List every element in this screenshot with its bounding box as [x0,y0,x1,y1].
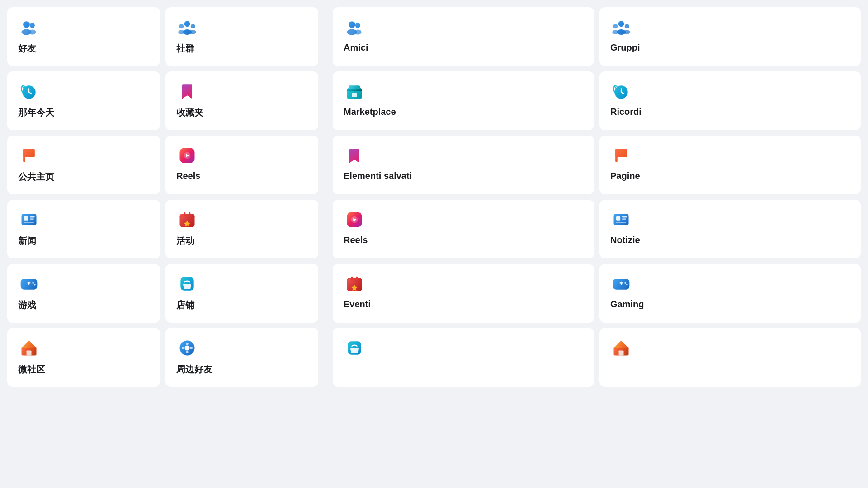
svg-point-2 [30,23,35,28]
card-village-cn[interactable]: 微社区 [7,328,160,387]
icon-village [18,337,40,359]
icon-events [344,273,365,295]
svg-point-8 [178,30,184,34]
svg-point-49 [612,30,618,34]
card-ricordi[interactable]: Ricordi [599,71,861,130]
svg-rect-28 [28,282,29,285]
card-pagine[interactable]: Pagine [599,136,861,194]
svg-point-4 [184,21,190,27]
icon-flag-orange [18,145,40,166]
label-gaming-cn: 游戏 [18,299,149,311]
svg-rect-52 [347,89,362,91]
right-panel: Amici Gruppi [326,0,868,488]
icon-community [610,16,632,38]
icon-friends [18,16,40,38]
left-panel: 好友 社群 那年今天 [0,0,326,488]
card-saved-cn[interactable]: 收藏夹 [165,71,318,130]
icon-reels [344,209,365,230]
icon-village [610,337,632,359]
icon-news [18,209,40,230]
icon-events [176,209,198,230]
svg-rect-62 [622,216,627,218]
label-shop-cn: 店铺 [176,299,307,311]
svg-rect-53 [352,93,357,97]
label-marketplace: Marketplace [344,107,583,117]
svg-rect-18 [30,216,35,218]
icon-shop [176,273,198,295]
card-reels-cn[interactable]: Reels [165,136,318,194]
icon-news [610,209,632,230]
svg-rect-20 [24,222,34,223]
card-friends-cn[interactable]: 好友 [7,7,160,66]
icon-marketplace [344,80,365,102]
card-community-cn[interactable]: 社群 [165,7,318,66]
svg-marker-77 [614,341,629,348]
card-shop-it[interactable] [333,328,594,387]
svg-rect-19 [30,218,34,220]
icon-nearby [176,337,198,359]
svg-point-9 [190,30,196,34]
svg-point-38 [190,347,193,349]
card-notizie[interactable]: Notizie [599,200,861,258]
icon-shop [344,337,365,359]
icon-bookmark [344,145,365,166]
label-gaming-it: Gaming [610,299,850,310]
card-memories-cn[interactable]: 那年今天 [7,71,160,130]
card-gaming-cn[interactable]: 游戏 [7,264,160,323]
svg-rect-56 [615,149,618,162]
svg-rect-34 [27,351,32,356]
right-grid: Amici Gruppi [333,7,861,387]
label-friends-cn: 好友 [18,42,149,55]
svg-rect-23 [184,212,186,216]
svg-point-44 [354,30,362,35]
icon-flag-orange [610,145,632,166]
card-amici[interactable]: Amici [333,7,594,66]
svg-point-45 [618,21,624,27]
card-eventi[interactable]: Eventi [333,264,594,323]
label-saved-cn: 收藏夹 [176,107,307,119]
card-nearby-cn[interactable]: 周边好友 [165,328,318,387]
svg-point-39 [186,351,189,353]
svg-rect-72 [621,282,622,285]
svg-point-41 [349,21,355,28]
label-gruppi: Gruppi [610,42,850,53]
svg-point-37 [186,343,189,345]
icon-bookmark [176,80,198,102]
card-village-it[interactable] [599,328,861,387]
left-grid: 好友 社群 那年今天 [7,7,318,387]
icon-clock-history [18,80,40,102]
label-eventi: Eventi [344,299,583,310]
svg-point-6 [191,24,195,28]
svg-point-40 [182,347,184,349]
card-shop-cn[interactable]: 店铺 [165,264,318,323]
icon-friends [344,16,365,38]
card-gaming-it[interactable]: Gaming [599,264,861,323]
card-gruppi[interactable]: Gruppi [599,7,861,66]
label-pagine: Pagine [610,171,850,181]
svg-rect-64 [616,222,626,223]
label-news-cn: 新闻 [18,235,149,247]
svg-point-29 [32,282,34,284]
card-events-cn[interactable]: 活动 [165,200,318,258]
label-ricordi: Ricordi [610,107,850,117]
svg-rect-66 [347,278,362,283]
card-reels-it[interactable]: Reels [333,200,594,258]
card-news-cn[interactable]: 新闻 [7,200,160,258]
icon-reels [176,145,198,166]
label-pages-cn: 公共主页 [18,171,149,183]
svg-rect-61 [616,216,620,221]
card-pages-cn[interactable]: 公共主页 [7,136,160,194]
label-reels-it: Reels [344,235,583,245]
svg-rect-68 [356,277,358,281]
icon-community [176,16,198,38]
svg-point-50 [624,30,630,34]
svg-rect-60 [614,214,629,225]
card-marketplace[interactable]: Marketplace [333,71,594,130]
svg-rect-24 [189,212,191,216]
svg-rect-67 [351,277,353,281]
svg-rect-22 [180,214,195,219]
label-reels-cn: Reels [176,171,307,181]
card-elementi-salvati[interactable]: Elementi salvati [333,136,594,194]
icon-gaming [18,273,40,295]
svg-rect-63 [622,218,626,220]
